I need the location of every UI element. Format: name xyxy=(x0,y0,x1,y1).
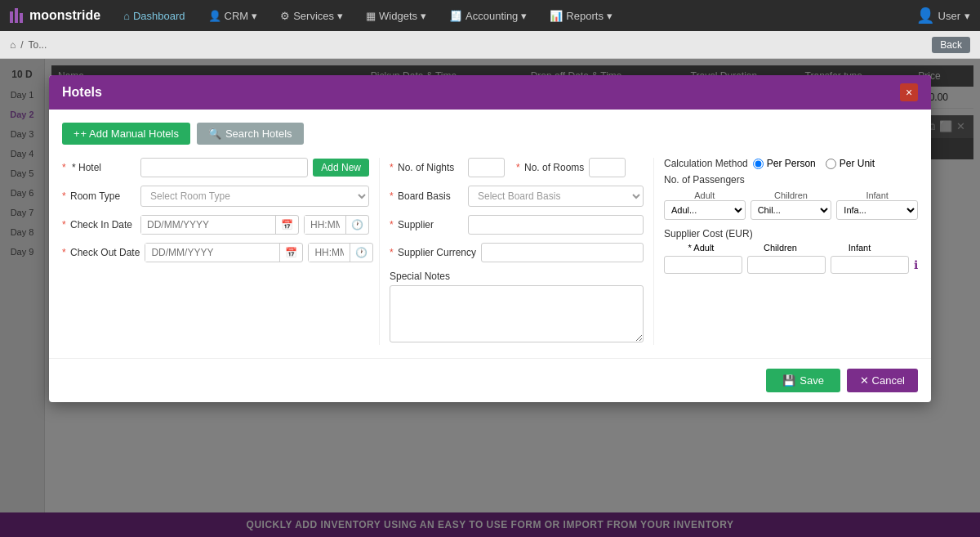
board-basis-select[interactable]: Select Board Basis xyxy=(468,186,644,207)
nav-accounting[interactable]: 🧾 Accounting ▾ xyxy=(441,7,535,25)
info-icon[interactable]: ℹ xyxy=(914,258,918,271)
services-icon: ⚙ xyxy=(280,10,290,22)
svg-rect-1 xyxy=(15,8,18,23)
supplier-currency-row: * Supplier Currency EUR xyxy=(390,243,644,262)
checkout-label: * Check Out Date xyxy=(62,247,140,258)
checkout-time-input[interactable] xyxy=(309,244,350,262)
per-person-option[interactable]: Per Person xyxy=(753,158,816,169)
breadcrumb-bar: ⌂ / To... Back xyxy=(0,31,980,59)
form-col-2: * No. of Nights * No. of Rooms * Board B… xyxy=(380,158,654,345)
supplier-cost-section: Supplier Cost (EUR) * Adult Children Inf… xyxy=(664,228,918,274)
logo: moonstride xyxy=(10,8,100,23)
infant-select[interactable]: Infa... xyxy=(836,200,918,220)
checkin-time-input[interactable] xyxy=(305,216,345,234)
modal-title: Hotels xyxy=(62,85,102,100)
logo-text: moonstride xyxy=(29,8,100,23)
calendar-out-icon[interactable]: 📅 xyxy=(279,244,302,262)
search-hotels-button[interactable]: 🔍 Search Hotels xyxy=(197,123,304,145)
nights-input[interactable] xyxy=(468,158,505,177)
calc-method-radio-group: Per Person Per Unit xyxy=(753,158,875,169)
checkin-row: * Check In Date 📅 🕐 xyxy=(62,215,369,235)
plus-icon: + xyxy=(74,128,80,140)
per-unit-radio[interactable] xyxy=(826,159,836,169)
adult-select[interactable]: Adul... xyxy=(664,200,746,220)
special-notes-label: Special Notes xyxy=(390,271,644,282)
room-type-label: * Room Type xyxy=(62,190,136,202)
adult-cost-label: * Adult xyxy=(664,243,738,253)
nav-reports[interactable]: 📊 Reports ▾ xyxy=(541,7,621,25)
board-basis-label: * Board Basis xyxy=(390,190,463,202)
infant-select-col: Infant Infa... xyxy=(836,190,918,220)
supplier-currency-label: * Supplier Currency xyxy=(390,247,476,258)
crm-dropdown-icon: ▾ xyxy=(252,10,257,22)
nav-services[interactable]: ⚙ Services ▾ xyxy=(272,7,351,25)
breadcrumb-separator: / xyxy=(20,39,23,51)
room-type-select[interactable]: Select Room Type xyxy=(140,186,369,207)
crm-icon: 👤 xyxy=(208,10,221,22)
checkin-date-input[interactable] xyxy=(141,216,275,234)
checkout-date-input[interactable] xyxy=(145,244,279,262)
reports-dropdown-icon: ▾ xyxy=(607,10,612,22)
hotel-row: * * Hotel Add New xyxy=(62,158,369,177)
home-breadcrumb-icon[interactable]: ⌂ xyxy=(10,39,16,51)
form-container: * * Hotel Add New * Room Type Select Roo… xyxy=(62,158,918,345)
per-person-radio[interactable] xyxy=(753,159,764,169)
children-col-label: Children xyxy=(751,190,832,200)
special-notes-section: Special Notes xyxy=(390,271,644,345)
special-notes-textarea[interactable] xyxy=(390,285,644,342)
user-menu[interactable]: 👤 User ▾ xyxy=(916,7,970,25)
user-avatar-icon: 👤 xyxy=(916,7,934,25)
calc-method-row: Calculation Method Per Person Per Unit xyxy=(664,158,918,169)
form-col-1: * * Hotel Add New * Room Type Select Roo… xyxy=(62,158,380,345)
board-basis-row: * Board Basis Select Board Basis xyxy=(390,186,644,207)
add-new-button[interactable]: Add New xyxy=(313,159,369,177)
per-unit-option[interactable]: Per Unit xyxy=(826,158,875,169)
children-cost-input[interactable] xyxy=(747,256,826,274)
svg-rect-2 xyxy=(20,13,23,23)
hotels-modal: Hotels × + + Add Manual Hotels 🔍 Search … xyxy=(49,75,931,402)
clock-out-icon[interactable]: 🕐 xyxy=(350,244,372,262)
modal-close-button[interactable]: × xyxy=(900,83,918,101)
cancel-button[interactable]: ✕ Cancel xyxy=(847,369,918,392)
top-navigation: moonstride ⌂ Dashboard 👤 CRM ▾ ⚙ Service… xyxy=(0,0,980,31)
supplier-input[interactable]: Third Party Hotels xyxy=(468,215,644,235)
clock-icon[interactable]: 🕐 xyxy=(345,216,368,234)
hotel-input[interactable] xyxy=(140,158,308,177)
save-button[interactable]: 💾 Save xyxy=(766,369,840,392)
modal-toolbar: + + Add Manual Hotels 🔍 Search Hotels xyxy=(62,123,918,145)
supplier-row: * Supplier Third Party Hotels xyxy=(390,215,644,235)
modal-header: Hotels × xyxy=(49,75,931,110)
infant-col-label: Infant xyxy=(836,190,918,200)
adult-col-label: Adult xyxy=(664,190,746,200)
checkout-date-wrap: 📅 xyxy=(145,243,303,262)
nights-label: * No. of Nights xyxy=(390,162,463,173)
adult-cost-input[interactable] xyxy=(664,256,742,274)
back-button[interactable]: Back xyxy=(932,37,970,53)
checkin-date-wrap: 📅 xyxy=(140,215,299,235)
rooms-input[interactable] xyxy=(589,158,626,177)
nav-crm[interactable]: 👤 CRM ▾ xyxy=(200,7,266,25)
form-col-3: Calculation Method Per Person Per Unit xyxy=(654,158,918,345)
supplier-label: * Supplier xyxy=(390,219,463,230)
calendar-icon[interactable]: 📅 xyxy=(275,216,298,234)
breadcrumb-path: To... xyxy=(29,39,47,51)
nav-dashboard[interactable]: ⌂ Dashboard xyxy=(115,7,193,25)
supplier-currency-input[interactable]: EUR xyxy=(481,243,644,262)
rooms-label: * No. of Rooms xyxy=(516,162,584,173)
reports-icon: 📊 xyxy=(550,10,563,22)
nights-rooms-row: * No. of Nights * No. of Rooms xyxy=(390,158,644,177)
infant-cost-label: Infant xyxy=(822,243,897,253)
widgets-dropdown-icon: ▾ xyxy=(421,10,426,22)
logo-icon xyxy=(10,8,24,23)
children-select[interactable]: Chil... xyxy=(751,200,832,220)
widgets-icon: ▦ xyxy=(366,10,376,22)
infant-cost-input[interactable] xyxy=(831,256,909,274)
services-dropdown-icon: ▾ xyxy=(337,10,343,22)
passengers-select-row: Adult Adul... Children Chil... xyxy=(664,190,918,220)
accounting-dropdown-icon: ▾ xyxy=(521,10,527,22)
children-cost-label: Children xyxy=(743,243,817,253)
accounting-icon: 🧾 xyxy=(449,10,462,22)
nav-widgets[interactable]: ▦ Widgets ▾ xyxy=(358,7,434,25)
supplier-cost-label: Supplier Cost (EUR) xyxy=(664,228,918,239)
add-manual-hotels-button[interactable]: + + Add Manual Hotels xyxy=(62,123,190,145)
